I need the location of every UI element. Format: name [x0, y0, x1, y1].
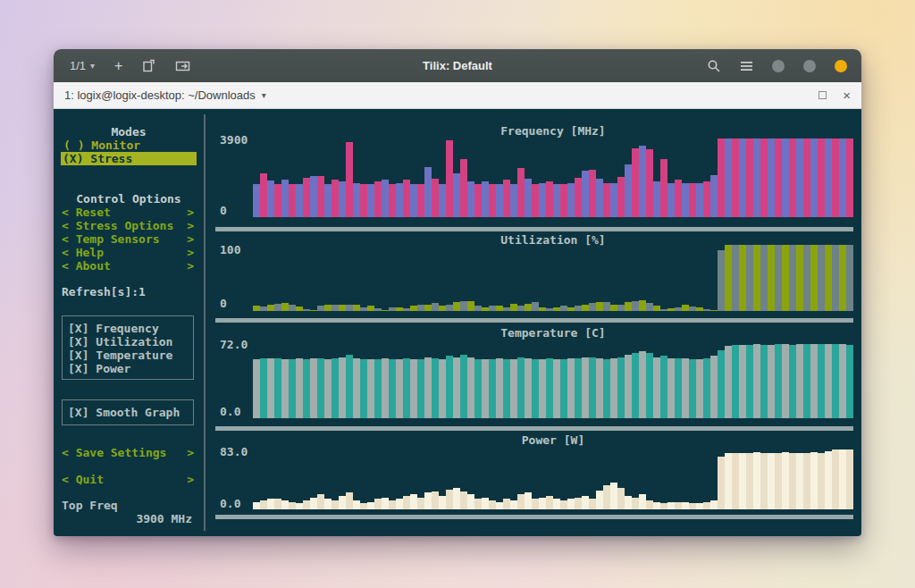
window-button-maximize[interactable] [803, 60, 816, 72]
chart-bar [603, 485, 610, 509]
chart-bar [575, 498, 582, 509]
hamburger-menu-icon [740, 61, 753, 71]
chart-bar [775, 139, 782, 217]
chart-bar [796, 453, 803, 509]
refresh-field[interactable]: Refresh[s]:1 [62, 285, 146, 298]
menu-item-temp-sensors[interactable]: < Temp Sensors> [62, 232, 196, 246]
chart-bar [646, 149, 653, 217]
chart-bar [696, 183, 703, 217]
chart-bar [446, 356, 453, 418]
chart-bar [639, 494, 646, 509]
chart-bar [546, 496, 553, 509]
chart-bar [374, 359, 382, 418]
toggle-utilization[interactable]: [X] Utilization [63, 335, 193, 349]
session-maximize-icon[interactable] [818, 91, 827, 99]
chart-bar [303, 359, 310, 418]
menu-item-quit[interactable]: < Quit> [62, 473, 196, 486]
chart-bar [832, 245, 839, 311]
chart-bar [632, 353, 639, 418]
menu-item-reset[interactable]: < Reset> [62, 206, 196, 219]
chart-bar [274, 358, 281, 418]
chart-bar [467, 357, 474, 418]
chart-bar [575, 178, 582, 217]
window-button-minimize[interactable] [772, 60, 785, 72]
chart-bar [760, 245, 768, 311]
chart-bar [775, 344, 782, 418]
chart-bar [710, 175, 718, 217]
split-terminal-icon [175, 60, 190, 72]
chart-bar [260, 500, 267, 509]
toggle-frequency[interactable]: [X] Frequency [63, 322, 193, 335]
chart-bar [789, 139, 796, 217]
session-tab[interactable]: 1: logix@logix-desktop: ~/Downloads ▾ [64, 88, 266, 102]
chart-bar [689, 307, 696, 311]
chart-bar [696, 359, 703, 418]
chart-bar [253, 359, 260, 418]
chart-bar [460, 355, 467, 418]
chart-bar [768, 453, 775, 509]
smooth-graph-box: [X] Smooth Graph [62, 399, 194, 425]
chart-bar [382, 180, 389, 217]
chart-bar [289, 305, 296, 311]
new-tab-button[interactable]: + [114, 58, 122, 74]
menu-item-about[interactable]: < About> [62, 259, 196, 273]
chart-bar [324, 499, 332, 509]
chart-bar [753, 452, 760, 509]
tab-counter-dropdown[interactable]: 1/1 ▾ [70, 59, 95, 72]
chart-bar [617, 305, 625, 311]
chart-bar [424, 167, 432, 217]
chart-bar [424, 357, 432, 418]
toggle-power[interactable]: [X] Power [63, 362, 193, 375]
chart-bar [489, 184, 496, 217]
chart-bar [389, 184, 396, 217]
new-terminal-button[interactable] [142, 59, 155, 72]
chart-bar [382, 310, 389, 311]
chart-bar [367, 359, 374, 418]
search-button[interactable] [707, 59, 721, 73]
chart-bar [546, 181, 553, 217]
chart-bar [410, 359, 417, 418]
frequency-ymax-label: 3900 [220, 133, 248, 147]
chart-bar [525, 492, 532, 509]
mode-monitor[interactable]: ( ) Monitor [62, 139, 196, 152]
chart-bar [639, 351, 646, 418]
chart-bar [782, 139, 789, 217]
chart-bar [782, 245, 789, 311]
chart-bar [539, 359, 546, 418]
chart-bar [360, 503, 367, 509]
split-terminal-button[interactable] [175, 60, 190, 72]
utilization-separator [215, 318, 853, 323]
chart-bar [768, 245, 775, 311]
chart-bar [667, 358, 675, 418]
menu-item-help[interactable]: < Help> [62, 246, 196, 259]
toggle-temperature[interactable]: [X] Temperature [63, 349, 193, 362]
chart-bar [260, 358, 267, 418]
window-button-close[interactable] [835, 60, 847, 72]
menu-item-save-settings[interactable]: < Save Settings> [62, 446, 196, 459]
mode-stress[interactable]: (X) Stress [61, 152, 197, 165]
chart-bar [410, 306, 417, 311]
chart-bar [803, 245, 810, 311]
toggle-smooth-graph[interactable]: [X] Smooth Graph [63, 406, 193, 419]
chart-bar [675, 502, 682, 509]
chart-bar [339, 496, 346, 509]
chart-bar [667, 308, 675, 311]
chart-bar [567, 358, 575, 418]
chart-bar [474, 306, 482, 311]
menu-item-stress-options[interactable]: < Stress Options> [62, 219, 196, 232]
chart-bar [710, 500, 718, 509]
chart-bar [582, 305, 589, 311]
chart-bar [839, 245, 846, 311]
chart-bar [596, 491, 603, 509]
chart-bar [296, 503, 303, 509]
chart-bar [675, 180, 682, 217]
session-close-icon[interactable]: × [843, 88, 851, 102]
chart-bar [525, 304, 532, 311]
menu-button[interactable] [740, 61, 753, 71]
chart-bar [553, 499, 560, 509]
chart-bar [746, 139, 753, 217]
chart-bar [432, 358, 439, 418]
chart-bar [818, 453, 825, 509]
chart-bar [503, 499, 510, 509]
chart-bar [703, 309, 710, 311]
